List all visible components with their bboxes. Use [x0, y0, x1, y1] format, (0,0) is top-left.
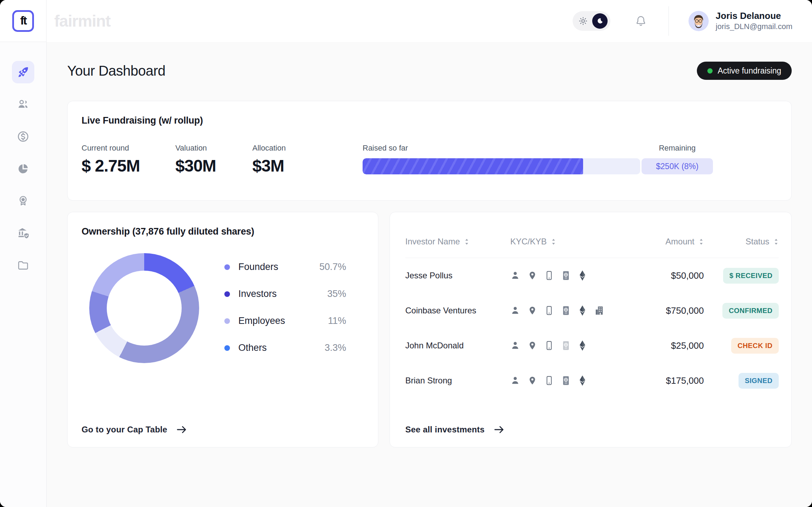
investment-amount: $750,000 — [630, 305, 704, 316]
status-badge-label: Active fundraising — [718, 66, 781, 76]
passport-icon — [561, 270, 570, 281]
person-icon — [510, 271, 520, 280]
memoji-avatar — [688, 11, 709, 31]
stat-allocation: Allocation $3M — [252, 144, 363, 175]
moon-icon[interactable] — [592, 13, 608, 29]
investments-table-header: Investor NameKYC/KYBAmountStatus — [405, 237, 779, 246]
sidebar-item-people[interactable] — [12, 93, 34, 116]
eth-icon — [578, 270, 587, 281]
table-row[interactable]: Coinbase Ventures$750,000CONFIRMED — [405, 293, 779, 328]
sidebar-item-funding[interactable] — [12, 125, 34, 148]
person-icon — [510, 306, 520, 315]
logo-cell: ft — [0, 0, 47, 42]
sort-icon — [551, 238, 556, 245]
cap-table-link[interactable]: Go to your Cap Table — [82, 425, 364, 435]
page-title: Your Dashboard — [67, 63, 166, 79]
column-header-status[interactable]: Status — [704, 237, 779, 246]
table-row[interactable]: Brian Strong$175,000SIGNED — [405, 363, 779, 398]
sidebar-item-dashboard[interactable] — [12, 61, 34, 83]
ownership-card-title: Ownership (37,876 fully diluted shares) — [82, 226, 364, 237]
status-badge: $ RECEIVED — [723, 268, 779, 284]
bell-icon — [635, 15, 647, 27]
phone-icon — [545, 375, 554, 386]
column-header-kyc-kyb[interactable]: KYC/KYB — [510, 237, 630, 246]
pie-chart-icon — [17, 163, 29, 175]
sidebar-nav — [0, 42, 47, 507]
legend-label: Others — [238, 342, 267, 353]
ownership-donut-chart — [89, 253, 199, 363]
user-menu[interactable]: Joris Delanoue joris_DLN@gmail.com — [688, 10, 792, 32]
table-row[interactable]: John McDonald$25,000CHECK ID — [405, 328, 779, 363]
pin-icon — [528, 341, 537, 350]
see-all-investments-link[interactable]: See all investments — [405, 425, 779, 435]
legend-value: 50.7% — [319, 262, 346, 272]
fairmint-logo-icon[interactable]: ft — [12, 10, 34, 32]
pin-icon — [528, 271, 537, 280]
notifications-button[interactable] — [635, 15, 647, 27]
users-icon — [17, 98, 29, 110]
kyc-kyb-icons — [510, 340, 630, 351]
column-header-amount[interactable]: Amount — [630, 237, 704, 246]
investor-name: Brian Strong — [405, 376, 510, 386]
status-badge: SIGNED — [738, 373, 779, 389]
fairmint-wordmark: fairmint — [54, 12, 111, 30]
legend-dot-icon — [224, 291, 230, 297]
fundraising-progress-bar: $250K (8%) — [363, 158, 713, 174]
sidebar-item-stakeholders[interactable] — [12, 190, 34, 212]
legend-dot-icon — [224, 345, 230, 351]
ownership-legend: Founders50.7%Investors35%Employees11%Oth… — [224, 262, 346, 353]
kyc-kyb-icons — [510, 305, 630, 316]
rocket-icon — [17, 66, 29, 78]
fundraising-card-title: Live Fundraising (w/ rollup) — [82, 115, 779, 126]
sort-icon — [464, 238, 469, 245]
live-fundraising-card: Live Fundraising (w/ rollup) Current rou… — [67, 101, 792, 201]
legend-label: Investors — [238, 289, 277, 299]
investments-table-body: Jesse Pollus$50,000$ RECEIVEDCoinbase Ve… — [405, 258, 779, 398]
investor-name: Coinbase Ventures — [405, 306, 510, 315]
investor-name: Jesse Pollus — [405, 271, 510, 280]
dashboard-cards-row: Ownership (37,876 fully diluted shares) … — [67, 212, 792, 447]
sidebar-item-governance[interactable] — [12, 222, 34, 244]
building-icon — [594, 306, 604, 315]
person-icon — [510, 376, 520, 386]
theme-toggle[interactable] — [573, 11, 610, 31]
legend-dot-icon — [224, 264, 230, 270]
sidebar-item-documents[interactable] — [12, 254, 34, 277]
progress-fill — [363, 158, 583, 174]
sidebar-item-captable[interactable] — [12, 158, 34, 180]
legend-dot-icon — [224, 318, 230, 324]
dollar-circle-icon — [17, 130, 29, 143]
page-header: Your Dashboard Active fundraising — [67, 62, 792, 80]
award-icon — [17, 195, 29, 207]
fundraising-stats-row: Current round $ 2.75M Valuation $30M All… — [82, 144, 779, 175]
legend-label: Founders — [238, 262, 278, 272]
pin-icon — [528, 376, 537, 386]
topbar-divider — [668, 6, 669, 36]
stat-current-round: Current round $ 2.75M — [82, 144, 175, 175]
eth-icon — [578, 375, 587, 386]
investor-name: John McDonald — [405, 341, 510, 350]
raised-progress-block: Raised so far Remaining $250K (8%) — [363, 144, 713, 174]
user-email: joris_DLN@gmail.com — [716, 22, 792, 32]
remaining-value: $250K (8%) — [656, 162, 698, 171]
passport-icon — [561, 340, 570, 351]
legend-item: Employees11% — [224, 315, 346, 326]
remaining-pill: $250K (8%) — [642, 158, 713, 174]
legend-item: Investors35% — [224, 289, 346, 299]
ownership-card: Ownership (37,876 fully diluted shares) … — [67, 212, 378, 447]
sun-icon[interactable] — [575, 13, 591, 29]
status-badge: CONFIRMED — [722, 303, 779, 319]
legend-item: Founders50.7% — [224, 262, 346, 272]
table-row[interactable]: Jesse Pollus$50,000$ RECEIVED — [405, 258, 779, 293]
avatar — [688, 11, 709, 31]
raised-so-far-label: Raised so far — [363, 144, 640, 153]
app-window: ft fairmint — [0, 0, 812, 507]
active-fundraising-badge[interactable]: Active fundraising — [697, 62, 792, 80]
sort-icon — [699, 238, 704, 245]
stat-valuation: Valuation $30M — [175, 144, 252, 175]
user-info: Joris Delanoue joris_DLN@gmail.com — [716, 10, 792, 32]
investments-card: Investor NameKYC/KYBAmountStatus Jesse P… — [390, 212, 792, 447]
investment-amount: $175,000 — [630, 375, 704, 386]
column-header-investor-name[interactable]: Investor Name — [405, 237, 510, 246]
user-name: Joris Delanoue — [716, 10, 792, 22]
